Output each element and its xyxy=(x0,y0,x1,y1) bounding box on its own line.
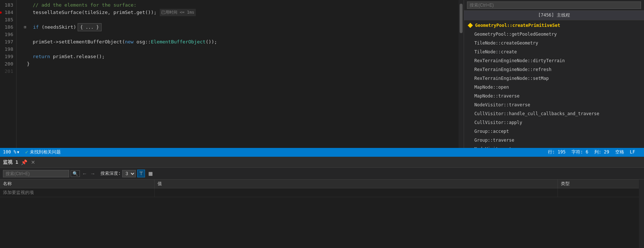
monitor-scrollbar[interactable] xyxy=(639,180,644,248)
callstack-item-label-3: TileNode::createGeometry xyxy=(474,39,538,47)
monitor-title: 监视 1 xyxy=(3,159,18,166)
line-numbers: 183 ● 184 185 186 196 197 198 199 200 20… xyxy=(0,0,17,148)
code-lines: // add the elements for the surface: tes… xyxy=(17,0,459,148)
monitor-titlebar: 监视 1 📌 ✕ xyxy=(0,157,644,168)
monitor-close-button[interactable]: ✕ xyxy=(30,159,36,165)
code-line-198 xyxy=(21,46,459,53)
callstack-item-4[interactable]: TileNode::create xyxy=(464,47,644,56)
callstack-item-14[interactable]: Group::traverse xyxy=(464,136,644,145)
status-error: ✓ 未找到相关问题 xyxy=(25,149,60,155)
monitor-grid-button[interactable]: ▦ xyxy=(146,170,155,177)
monitor-col-name-header: 名称 xyxy=(0,180,155,188)
monitor-search-exec-button[interactable]: 🔍 xyxy=(71,170,80,177)
status-space: 空格 xyxy=(615,149,624,155)
callstack-item-13[interactable]: Group::accept xyxy=(464,127,644,136)
monitor-search-input[interactable] xyxy=(3,170,69,177)
callstack-item-label-15: NodeVisitor::traverse xyxy=(474,145,530,148)
code-line-186: ⊞ if (needsSkirt) { ... } xyxy=(21,24,459,31)
code-line-196 xyxy=(21,31,459,38)
code-plain-184: tessellateSurface(tileSize, primSet.get(… xyxy=(33,9,157,16)
code-brace-200: } xyxy=(27,60,30,68)
monitor-table-header: 名称 值 类型 xyxy=(0,180,639,188)
depth-label: 搜索深度: xyxy=(100,170,121,177)
code-comment-183: // add the elements for the surface: xyxy=(33,1,137,9)
monitor-next-button[interactable]: → xyxy=(89,171,96,177)
callstack-item-label-1: GeometryPool::createPrimitiveSet xyxy=(475,22,560,29)
callstack-item-label-5: RexTerrainEngineNode::dirtyTerrain xyxy=(474,57,565,64)
editor-area: 183 ● 184 185 186 196 197 198 199 200 20… xyxy=(0,0,644,148)
status-zoom[interactable]: 100 % ▼ xyxy=(3,149,19,155)
callstack-item-15[interactable]: NodeVisitor::traverse xyxy=(464,145,644,148)
callstack-item-6[interactable]: RexTerrainEngineNode::refresh xyxy=(464,65,644,74)
monitor-toolbar: 🔍 ← → 搜索深度: 1 2 3 4 5 ⊤ ▦ xyxy=(0,168,644,180)
status-row: 行: 195 xyxy=(548,149,566,155)
code-line-183: // add the elements for the surface: xyxy=(21,1,459,9)
monitor-filter-button[interactable]: ⊤ xyxy=(137,170,145,177)
callstack-item-11[interactable]: CullVisitor::handle_cull_callbacks_and_t… xyxy=(464,109,644,118)
callstack-item-label-9: MapNode::traverse xyxy=(474,92,520,100)
time-badge-184: 已用时间 <= 1ms xyxy=(160,9,196,16)
code-if-186: if (needsSkirt) xyxy=(33,24,76,31)
code-line-200: } xyxy=(21,60,459,68)
code-line-199: return primSet.release(); xyxy=(21,53,459,60)
code-line-184: tessellateSurface(tileSize, primSet.get(… xyxy=(21,9,459,16)
callstack-list: GeometryPool::createPrimitiveSet Geometr… xyxy=(464,20,644,148)
monitor-add-item-value xyxy=(155,188,558,197)
monitor-content: 名称 值 类型 添加要监视的项 xyxy=(0,180,644,248)
monitor-pin-button[interactable]: 📌 xyxy=(21,159,27,165)
monitor-add-item-type xyxy=(558,188,639,197)
callstack-item-label-12: CullVisitor::apply xyxy=(474,119,522,126)
code-line-empty xyxy=(21,68,459,75)
monitor-panel: 监视 1 📌 ✕ 🔍 ← → 搜索深度: 1 2 3 4 5 ⊤ ▦ 名称 值 … xyxy=(0,156,644,248)
code-line-197: primSet->setElementBufferObject(new osg:… xyxy=(21,38,459,46)
status-col: 列: 29 xyxy=(594,149,609,155)
monitor-prev-button[interactable]: ← xyxy=(81,171,88,177)
callstack-item-2[interactable]: GeometryPool::getPooledGeometry xyxy=(464,30,644,39)
callstack-search-input[interactable] xyxy=(467,1,641,9)
active-frame-icon xyxy=(468,23,473,28)
callstack-item-label-13: Group::accept xyxy=(474,128,509,135)
callstack-item-label-14: Group::traverse xyxy=(474,137,514,144)
monitor-add-item-text[interactable]: 添加要监视的项 xyxy=(0,188,155,197)
code-plain-197: primSet->setElementBufferObject(new osg:… xyxy=(33,38,217,46)
depth-select[interactable]: 1 2 3 4 5 xyxy=(122,170,136,177)
callstack-item-label-6: RexTerrainEngineNode::refresh xyxy=(474,66,552,73)
monitor-table: 名称 值 类型 添加要监视的项 xyxy=(0,180,639,248)
monitor-col-value-header: 值 xyxy=(155,180,558,188)
zoom-label: 100 % xyxy=(3,149,16,155)
code-panel: 183 ● 184 185 186 196 197 198 199 200 20… xyxy=(0,0,459,148)
collapsed-block-186[interactable]: { ... } xyxy=(78,23,102,31)
callstack-header: [7456] 主线程 xyxy=(464,11,644,20)
expand-icon-186[interactable]: ⊞ xyxy=(24,24,26,31)
callstack-item-3[interactable]: TileNode::createGeometry xyxy=(464,39,644,47)
monitor-add-item-row[interactable]: 添加要监视的项 xyxy=(0,188,639,197)
callstack-item-label-11: CullVisitor::handle_cull_callbacks_and_t… xyxy=(474,110,599,117)
callstack-item-label-2: GeometryPool::getPooledGeometry xyxy=(474,31,557,38)
status-lf: LF xyxy=(630,149,635,155)
check-icon: ✓ xyxy=(25,149,28,155)
code-line-185 xyxy=(21,16,459,24)
callstack-item-10[interactable]: NodeVisitor::traverse xyxy=(464,100,644,109)
callstack-search-bar xyxy=(464,0,644,11)
monitor-search-area xyxy=(3,170,69,177)
callstack-item-5[interactable]: RexTerrainEngineNode::dirtyTerrain xyxy=(464,56,644,65)
code-return-199: return primSet.release(); xyxy=(33,53,105,60)
callstack-item-7[interactable]: RexTerrainEngineNode::setMap xyxy=(464,74,644,83)
callstack-item-9[interactable]: MapNode::traverse xyxy=(464,92,644,100)
callstack-item-1[interactable]: GeometryPool::createPrimitiveSet xyxy=(464,21,644,30)
status-bar: 100 % ▼ ✓ 未找到相关问题 行: 195 字符: 6 列: 29 空格 … xyxy=(0,148,644,156)
editor-scrollbar[interactable] xyxy=(459,0,464,148)
error-text: 未找到相关问题 xyxy=(30,149,61,155)
monitor-table-body: 添加要监视的项 xyxy=(0,188,639,248)
callstack-item-label-10: NodeVisitor::traverse xyxy=(474,101,530,109)
scrollbar-thumb[interactable] xyxy=(460,4,463,33)
zoom-dropdown-icon[interactable]: ▼ xyxy=(17,150,19,154)
status-char: 字符: 6 xyxy=(572,149,588,155)
callstack-item-12[interactable]: CullVisitor::apply xyxy=(464,118,644,127)
callstack-item-label-8: MapNode::open xyxy=(474,84,509,91)
monitor-col-type-header: 类型 xyxy=(558,180,639,188)
callstack-item-label-7: RexTerrainEngineNode::setMap xyxy=(474,75,549,82)
right-panel: [7456] 主线程 GeometryPool::createPrimitive… xyxy=(464,0,644,148)
callstack-item-label-4: TileNode::create xyxy=(474,48,517,56)
callstack-item-8[interactable]: MapNode::open xyxy=(464,83,644,92)
